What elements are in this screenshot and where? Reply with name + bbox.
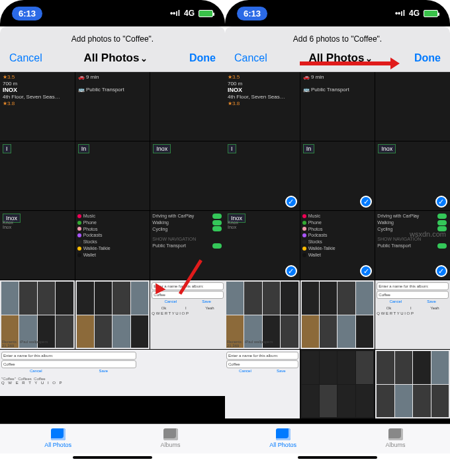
thumb[interactable]: ★3.5700 mINOX4th Floor, Seven Seas…★3.8 (0, 72, 75, 141)
album-picker[interactable]: All Photos ⌄ (83, 52, 148, 65)
check-icon: ✓ (435, 265, 447, 277)
thumb[interactable]: Recents iPad wallpapers21,369 (225, 280, 300, 349)
photo-grid[interactable]: ★3.5700 mINOX4th Floor, Seven Seas…★3.8 … (0, 72, 225, 424)
status-time: 6:13 (237, 7, 267, 20)
status-time: 6:13 (12, 7, 42, 20)
thumb[interactable]: 🚗 9 min🚌 Public Transport (75, 72, 150, 141)
home-indicator (73, 456, 152, 459)
status-right: ••ıl 4G (170, 9, 213, 18)
thumb[interactable]: 🚗 9 min🚌 Public Transport (300, 72, 375, 141)
thumb[interactable]: Inox✓ (375, 141, 450, 210)
tab-albums[interactable]: Albums (161, 428, 181, 448)
status-bar: 6:13 ••ıl 4G (0, 0, 225, 26)
photos-icon (276, 428, 291, 440)
tab-bar: All Photos Albums (0, 424, 225, 454)
thumb[interactable]: Inox KnoxInox ✓ (225, 211, 300, 280)
sheet-header: Add photos to "Coffee". Cancel All Photo… (0, 26, 225, 72)
sheet-title: Add 6 photos to "Coffee". (225, 32, 450, 48)
thumb[interactable]: Enter a name for this album: Coffee Canc… (150, 280, 225, 349)
albums-icon (163, 428, 178, 440)
tab-albums[interactable]: Albums (386, 428, 406, 448)
status-bar: 6:13 ••ıl 4G (225, 0, 450, 26)
thumb[interactable]: Music Phone Photos Podcasts Stocks Walki… (300, 211, 375, 280)
thumb[interactable] (375, 72, 450, 141)
thumb[interactable]: Driving with CarPlay Walking Cycling SHO… (375, 211, 450, 280)
thumb[interactable]: Inox (150, 141, 225, 210)
thumb[interactable]: ★3.5700 mINOX4th Floor, Seven Seas…★3.8 (225, 72, 300, 141)
battery-icon (424, 10, 438, 17)
photos-icon (51, 428, 66, 440)
screen-left: 6:13 ••ıl 4G Add photos to "Coffee". Can… (0, 0, 225, 463)
album-picker[interactable]: All Photos ⌄ (308, 52, 373, 65)
thumb[interactable] (375, 350, 450, 418)
thumb[interactable]: Enter a name for this album: Coffee Canc… (375, 280, 450, 349)
done-button[interactable]: Done (414, 52, 441, 64)
done-button[interactable]: Done (189, 52, 216, 64)
thumb[interactable] (150, 72, 225, 141)
tab-bar: All Photos Albums (225, 424, 450, 454)
thumb[interactable]: Driving with CarPlay Walking Cycling SHO… (150, 211, 225, 280)
thumb[interactable] (75, 280, 150, 349)
tab-all-photos[interactable]: All Photos (44, 428, 71, 448)
thumb[interactable]: Music Phone Photos Podcasts Stocks Walki… (75, 211, 150, 280)
cancel-button[interactable]: Cancel (9, 52, 42, 64)
cancel-button[interactable]: Cancel (234, 52, 267, 64)
chevron-down-icon: ⌄ (140, 54, 148, 63)
thumb[interactable]: Recents iPad wallpapers21,369 (0, 280, 75, 349)
home-indicator (298, 456, 377, 459)
watermark: wsxdn.com (410, 230, 446, 238)
thumb[interactable]: I (0, 141, 75, 210)
thumb[interactable] (300, 350, 375, 418)
albums-icon (388, 428, 403, 440)
sheet-header: Add 6 photos to "Coffee". Cancel All Pho… (225, 26, 450, 72)
check-icon: ✓ (285, 265, 297, 277)
thumb[interactable]: Enter a name for this album: Coffee Canc… (225, 350, 300, 418)
thumb[interactable]: I✓ (225, 141, 300, 210)
chevron-down-icon: ⌄ (365, 54, 373, 63)
photo-grid[interactable]: ★3.5700 mINOX4th Floor, Seven Seas…★3.8 … (225, 72, 450, 424)
thumb[interactable]: Inox KnoxInox (0, 211, 75, 280)
check-icon: ✓ (360, 196, 372, 208)
thumb[interactable]: Enter a name for this album: Coffee Canc… (0, 350, 225, 396)
tab-all-photos[interactable]: All Photos (269, 428, 296, 448)
sheet-title: Add photos to "Coffee". (0, 32, 225, 48)
check-icon: ✓ (435, 196, 447, 208)
battery-icon (199, 10, 213, 17)
thumb[interactable]: In✓ (300, 141, 375, 210)
check-icon: ✓ (285, 196, 297, 208)
thumb[interactable] (300, 280, 375, 349)
thumb[interactable]: In (75, 141, 150, 210)
